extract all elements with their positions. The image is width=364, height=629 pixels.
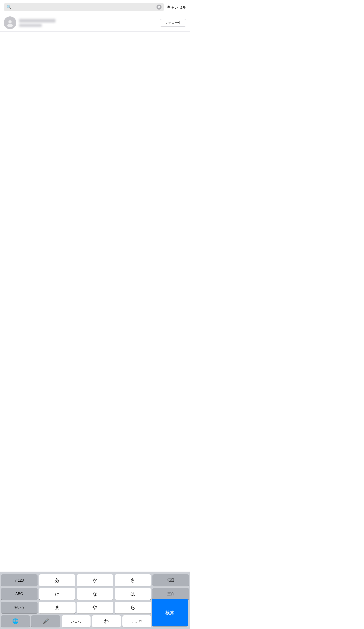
key-ya[interactable]: や (77, 602, 113, 614)
keyboard: ☆123 あ か さ ⌫ ABC た な (0, 572, 190, 629)
key-punct[interactable]: 、。?! (122, 615, 151, 627)
key-globe[interactable]: 🌐 (1, 615, 30, 627)
keyboard-wrapper: ☆123 あ か さ ⌫ ABC た な (1, 574, 189, 627)
key-ka[interactable]: か (77, 574, 113, 586)
key-ma[interactable]: ま (39, 602, 76, 614)
key-sa[interactable]: さ (115, 574, 151, 586)
clear-search-button[interactable]: ✕ (157, 4, 162, 9)
key-caret[interactable]: ︿︿ (62, 615, 91, 627)
key-delete[interactable]: ⌫ (152, 574, 189, 586)
search-button[interactable]: 検索 (152, 599, 188, 626)
key-aiu[interactable]: あいう (1, 602, 38, 614)
search-area: 🔍 ✕ キャンセル (0, 0, 190, 14)
key-star123[interactable]: ☆123 (1, 574, 38, 586)
key-ta[interactable]: た (39, 588, 76, 600)
key-ha[interactable]: は (115, 588, 151, 600)
svg-point-0 (8, 20, 12, 23)
key-abc[interactable]: ABC (1, 588, 38, 600)
user-handle (19, 24, 42, 27)
svg-point-1 (7, 24, 13, 27)
globe-icon: 🌐 (12, 618, 18, 624)
key-wa[interactable]: わ (92, 615, 121, 627)
keyboard-row-2: ABC た な は 空白 (1, 588, 189, 600)
search-icon: 🔍 (6, 4, 11, 9)
key-mic[interactable]: 🎤 (31, 615, 60, 627)
follow-button[interactable]: フォロー中 (160, 19, 186, 27)
user-result-item: フォロー中 (0, 14, 190, 32)
keyboard-row-1: ☆123 あ か さ ⌫ (1, 574, 189, 586)
avatar (4, 16, 16, 29)
search-input[interactable] (13, 5, 155, 9)
mic-icon: 🎤 (43, 618, 49, 624)
key-ra[interactable]: ら (115, 602, 151, 614)
delete-icon: ⌫ (167, 577, 174, 583)
cancel-button[interactable]: キャンセル (167, 4, 186, 10)
key-a[interactable]: あ (39, 574, 76, 586)
user-info (19, 19, 157, 27)
search-bar: 🔍 ✕ (4, 3, 164, 11)
key-space[interactable]: 空白 (152, 588, 189, 600)
user-name (19, 19, 56, 22)
key-na[interactable]: な (77, 588, 113, 600)
content-area (0, 32, 190, 228)
